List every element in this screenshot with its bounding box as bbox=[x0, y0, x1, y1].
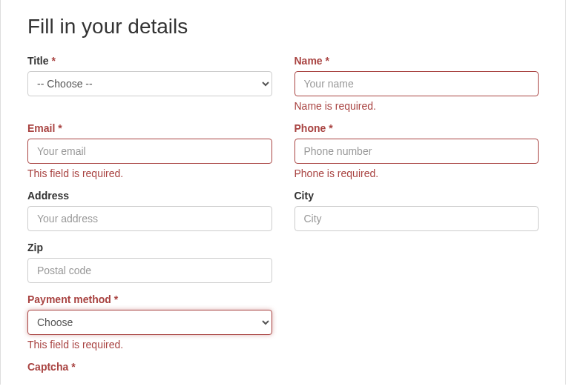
field-group-title: Title * -- Choose -- bbox=[27, 55, 272, 112]
field-group-city: City bbox=[294, 190, 539, 231]
zip-label-text: Zip bbox=[27, 242, 43, 253]
row-email-phone: Email * This field is required. Phone * … bbox=[27, 122, 539, 179]
zip-input[interactable] bbox=[27, 258, 272, 283]
field-group-name: Name * Name is required. bbox=[294, 55, 539, 112]
name-error: Name is required. bbox=[294, 100, 539, 112]
address-input[interactable] bbox=[27, 206, 272, 231]
payment-label-text: Payment method bbox=[27, 293, 111, 305]
row-captcha: Captcha * bbox=[27, 361, 539, 377]
phone-error: Phone is required. bbox=[294, 167, 539, 179]
phone-input[interactable] bbox=[294, 139, 539, 164]
address-label-text: Address bbox=[27, 190, 69, 202]
city-label-text: City bbox=[294, 190, 314, 202]
field-group-payment: Payment method * Choose This field is re… bbox=[27, 293, 272, 351]
captcha-label-text: Captcha bbox=[27, 361, 68, 373]
zip-label: Zip bbox=[27, 242, 272, 253]
field-group-phone: Phone * Phone is required. bbox=[294, 122, 539, 179]
payment-label: Payment method * bbox=[27, 293, 272, 305]
row-title-name: Title * -- Choose -- Name * Name is requ… bbox=[27, 55, 539, 112]
required-marker: * bbox=[51, 55, 55, 67]
details-form: Fill in your details Title * -- Choose -… bbox=[0, 0, 566, 385]
payment-select[interactable]: Choose bbox=[27, 310, 272, 335]
email-label: Email * bbox=[27, 122, 272, 134]
field-group-captcha: Captcha * bbox=[27, 361, 272, 377]
row-payment: Payment method * Choose This field is re… bbox=[27, 293, 539, 351]
title-label: Title * bbox=[27, 55, 272, 67]
required-marker: * bbox=[71, 361, 75, 373]
row-zip: Zip bbox=[27, 242, 539, 283]
captcha-label: Captcha * bbox=[27, 361, 272, 373]
page-title: Fill in your details bbox=[27, 15, 539, 39]
phone-label: Phone * bbox=[294, 122, 539, 134]
name-label-text: Name bbox=[294, 55, 323, 67]
email-error: This field is required. bbox=[27, 167, 272, 179]
row-address-city: Address City bbox=[27, 190, 539, 231]
field-group-email: Email * This field is required. bbox=[27, 122, 272, 179]
city-label: City bbox=[294, 190, 539, 202]
required-marker: * bbox=[114, 293, 118, 305]
address-label: Address bbox=[27, 190, 272, 202]
field-group-zip: Zip bbox=[27, 242, 272, 283]
email-input[interactable] bbox=[27, 139, 272, 164]
email-label-text: Email bbox=[27, 122, 55, 134]
required-marker: * bbox=[329, 122, 332, 134]
name-input[interactable] bbox=[294, 71, 539, 96]
required-marker: * bbox=[326, 55, 329, 67]
required-marker: * bbox=[58, 122, 62, 134]
title-select[interactable]: -- Choose -- bbox=[27, 71, 272, 96]
city-input[interactable] bbox=[294, 206, 539, 231]
phone-label-text: Phone bbox=[294, 122, 326, 134]
title-label-text: Title bbox=[27, 55, 49, 67]
field-group-address: Address bbox=[27, 190, 272, 231]
name-label: Name * bbox=[294, 55, 539, 67]
payment-error: This field is required. bbox=[27, 339, 272, 351]
